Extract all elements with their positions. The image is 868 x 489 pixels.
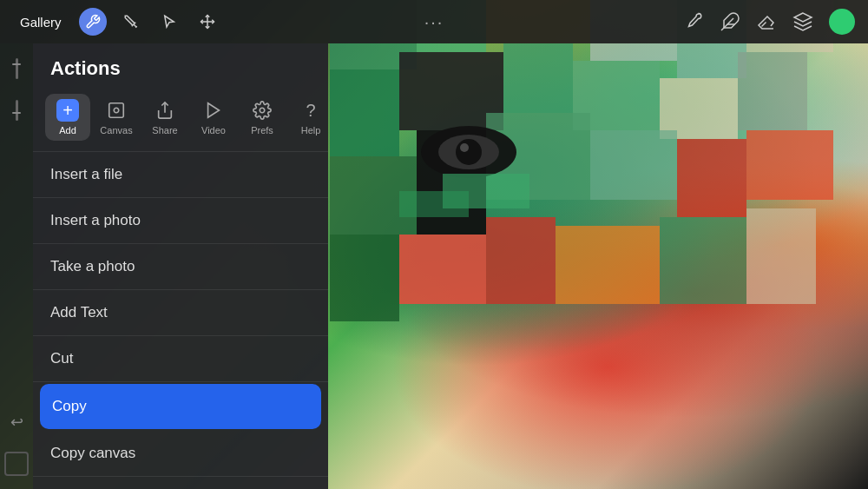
eraser-tool[interactable]: [756, 11, 777, 32]
svg-line-33: [135, 26, 137, 28]
svg-rect-16: [677, 139, 746, 217]
gallery-button[interactable]: Gallery: [13, 11, 69, 33]
svg-rect-20: [486, 217, 556, 304]
video-tab-icon: [202, 99, 225, 122]
share-tab-icon: [154, 99, 176, 122]
svg-rect-10: [660, 78, 738, 139]
actions-panel: Actions + Add Canvas S: [33, 43, 328, 489]
avatar[interactable]: [829, 9, 855, 35]
video-tab-label: Video: [201, 125, 226, 135]
canvas-tab-icon: [105, 99, 128, 122]
wrench-icon[interactable]: [79, 8, 107, 36]
top-toolbar: Gallery: [0, 0, 868, 43]
divider-5: [33, 381, 328, 382]
svg-rect-18: [330, 235, 399, 321]
share-tab-label: Share: [152, 125, 177, 135]
more-options-button[interactable]: ···: [424, 12, 444, 31]
svg-point-43: [260, 108, 265, 113]
prefs-tab-icon: [251, 99, 273, 122]
toolbar-right: [683, 9, 855, 35]
svg-rect-39: [109, 103, 124, 118]
brush-tool[interactable]: [683, 11, 704, 32]
tab-add[interactable]: + Add: [45, 94, 90, 141]
svg-point-27: [456, 139, 482, 165]
menu-item-insert-photo[interactable]: Insert a photo: [33, 198, 328, 243]
svg-rect-22: [660, 217, 746, 304]
smudge-tool[interactable]: [720, 11, 740, 32]
menu-item-cut[interactable]: Cut: [33, 336, 328, 381]
toolbar-center: ···: [424, 12, 444, 32]
tab-video[interactable]: Video: [191, 94, 236, 141]
brush-size-slider[interactable]: [4, 56, 29, 81]
left-sidebar: ↩: [0, 43, 33, 489]
svg-point-40: [114, 108, 119, 113]
tab-prefs[interactable]: Prefs: [240, 94, 285, 141]
layers-tool[interactable]: [792, 11, 813, 32]
magic-wand-icon[interactable]: [117, 8, 145, 36]
prefs-tab-label: Prefs: [251, 125, 273, 135]
menu-item-copy-canvas[interactable]: Copy canvas: [33, 431, 328, 476]
transform-icon[interactable]: [194, 8, 221, 36]
tab-help[interactable]: ? Help: [288, 94, 333, 141]
svg-rect-6: [330, 69, 399, 156]
add-tab-icon: +: [56, 99, 79, 122]
svg-point-28: [460, 143, 469, 152]
actions-tabs: + Add Canvas Share: [33, 87, 328, 151]
toolbar-left: Gallery: [13, 8, 221, 36]
menu-item-copy[interactable]: Copy: [40, 384, 321, 429]
svg-rect-21: [556, 226, 660, 304]
svg-rect-8: [503, 43, 573, 113]
menu-item-add-text[interactable]: Add Text: [33, 290, 328, 335]
tab-canvas[interactable]: Canvas: [94, 94, 139, 141]
opacity-slider[interactable]: [4, 98, 29, 122]
actions-title: Actions: [50, 57, 121, 79]
tab-share[interactable]: Share: [142, 94, 187, 141]
selection-icon[interactable]: [155, 8, 183, 36]
svg-rect-11: [738, 52, 807, 130]
svg-rect-30: [399, 191, 469, 217]
canvas-tab-label: Canvas: [100, 125, 132, 135]
svg-marker-38: [794, 13, 812, 22]
layer-visibility-button[interactable]: [4, 452, 29, 476]
svg-rect-23: [746, 208, 816, 304]
menu-item-paste[interactable]: Paste: [33, 477, 328, 489]
menu-item-insert-file[interactable]: Insert a file: [33, 152, 328, 197]
svg-rect-15: [590, 130, 677, 200]
undo-button[interactable]: ↩: [4, 410, 29, 434]
help-tab-icon: ?: [299, 99, 322, 122]
svg-marker-42: [208, 103, 220, 118]
svg-rect-24: [816, 0, 868, 489]
actions-header: Actions: [33, 43, 328, 87]
mosaic-overlay: [330, 0, 868, 489]
help-tab-label: Help: [301, 125, 321, 135]
menu-item-take-photo[interactable]: Take a photo: [33, 244, 328, 289]
add-tab-label: Add: [59, 125, 76, 135]
svg-rect-19: [399, 235, 486, 304]
